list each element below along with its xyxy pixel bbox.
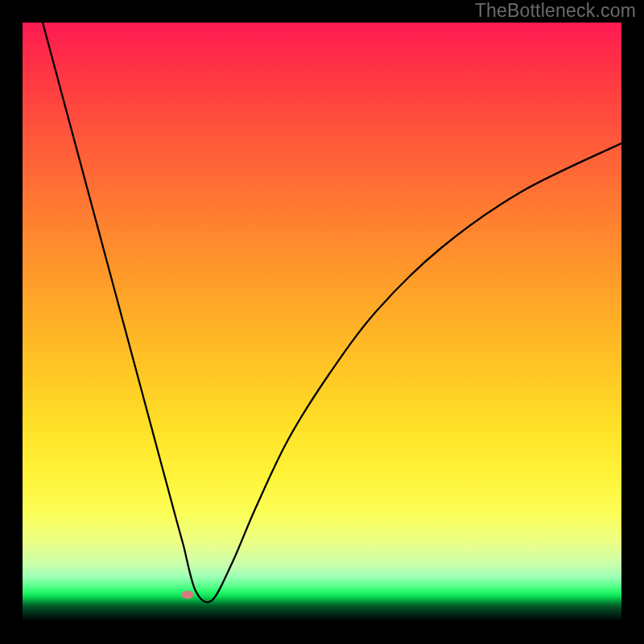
curve-path xyxy=(43,23,621,602)
minimum-marker xyxy=(182,591,194,599)
chart-frame: TheBottleneck.com xyxy=(0,0,644,644)
watermark-text: TheBottleneck.com xyxy=(475,0,636,22)
plot-area xyxy=(23,23,621,621)
bottleneck-curve xyxy=(23,23,621,621)
